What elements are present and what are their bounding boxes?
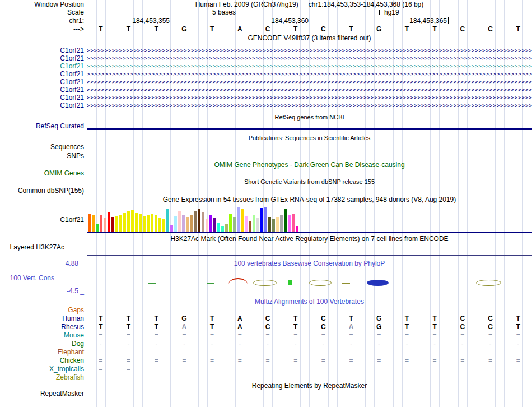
alignment-cell: =	[226, 331, 254, 339]
gene-arrow-line[interactable]: >>>>>>>>>>>>>>>>>>>>>>>>>>>>>>>>>>>>>>>>…	[87, 55, 532, 61]
alignment-cell: T	[282, 314, 310, 322]
species-label[interactable]: Mouse	[0, 331, 84, 339]
alignment-cell: =	[282, 348, 310, 356]
alignment-cell: =	[282, 357, 310, 364]
gene-arrow-line[interactable]: >>>>>>>>>>>>>>>>>>>>>>>>>>>>>>>>>>>>>>>>…	[87, 95, 532, 100]
gtex-expression-bar	[206, 219, 208, 232]
scale-bar	[241, 12, 380, 12]
alignment-cell: =	[254, 357, 282, 364]
phylop-max-value: 4.88 _	[0, 260, 84, 267]
scale-bar-right-tick	[379, 10, 380, 15]
gtex-expression-bar	[194, 211, 197, 232]
base-letter: A	[226, 25, 254, 33]
h3k27ac-track-label[interactable]: Layered H3K27Ac	[0, 243, 64, 251]
gene-label[interactable]: C1orf21	[0, 47, 84, 54]
strand-arrow-label: --->	[0, 25, 84, 33]
species-label[interactable]: Zebrafish	[0, 373, 84, 381]
position-range: chr1:184,453,353-184,453,368 (16 bp)	[309, 1, 424, 8]
gtex-gene-label[interactable]: C1orf21	[0, 216, 84, 224]
species-label[interactable]: Dog	[0, 340, 84, 348]
species-label[interactable]: Gaps	[0, 306, 84, 314]
coordinate-label: 184,453,360	[247, 17, 309, 25]
gene-label[interactable]: C1orf21	[0, 78, 84, 86]
gene-arrow-line[interactable]: >>>>>>>>>>>>>>>>>>>>>>>>>>>>>>>>>>>>>>>>…	[87, 71, 532, 77]
repeatmasker-track-title[interactable]: Repeating Elements by RepeatMasker	[87, 382, 532, 390]
species-label[interactable]: Chicken	[0, 357, 84, 364]
gtex-expression-bar	[96, 224, 99, 232]
gtex-track-title[interactable]: Gene Expression in 54 tissues from GTEx …	[87, 196, 532, 203]
alignment-cell: G	[170, 314, 198, 322]
alignment-cell: =	[449, 331, 477, 339]
sequences-track-label[interactable]: Sequences	[0, 143, 84, 151]
alignment-cell: T	[198, 323, 226, 331]
repeatmasker-track-label[interactable]: RepeatMasker	[0, 390, 84, 397]
gene-label[interactable]: C1orf21	[0, 54, 84, 62]
alignment-cell: -	[87, 340, 115, 348]
gene-arrow-line[interactable]: >>>>>>>>>>>>>>>>>>>>>>>>>>>>>>>>>>>>>>>>…	[87, 63, 532, 69]
alignment-cell: T	[504, 323, 532, 331]
gene-label[interactable]: C1orf21	[0, 101, 84, 109]
snps-track-label[interactable]: SNPs	[0, 152, 84, 160]
alignment-cell: A	[170, 323, 198, 331]
gene-label[interactable]: C1orf21	[0, 86, 84, 94]
dbsnp-track-label[interactable]: Common dbSNP(155)	[0, 187, 84, 195]
alignment-cell: -	[504, 340, 532, 348]
omim-track-title[interactable]: OMIM Gene Phenotypes - Dark Green Can Be…	[87, 161, 532, 169]
alignment-cell: =	[310, 357, 338, 364]
conservation-mark	[476, 280, 501, 286]
coordinate-label: 184,453,365	[385, 17, 447, 25]
h3k27ac-signal-line[interactable]	[87, 255, 532, 256]
alignment-cell: A	[226, 323, 254, 331]
gtex-expression-bar	[162, 219, 165, 232]
alignment-cell: T	[115, 314, 143, 322]
alignment-cell: =	[449, 348, 477, 356]
alignment-cell: -	[282, 340, 310, 348]
base-letter: T	[393, 25, 421, 33]
alignment-cell: =	[310, 331, 338, 339]
gene-label[interactable]: C1orf21	[0, 62, 84, 70]
conservation-mark	[342, 283, 350, 284]
gene-arrow-line[interactable]: >>>>>>>>>>>>>>>>>>>>>>>>>>>>>>>>>>>>>>>>…	[87, 87, 532, 92]
refseq-track-title[interactable]: RefSeq genes from NCBI	[87, 114, 532, 121]
gencode-track-title[interactable]: GENCODE V49lift37 (3 items filtered out)	[87, 34, 532, 42]
gtex-expression-bar	[143, 216, 146, 232]
gtex-expression-bar	[92, 215, 95, 232]
alignment-cell: T	[393, 314, 421, 322]
gtex-expression-bar	[253, 215, 255, 232]
gene-label[interactable]: C1orf21	[0, 70, 84, 78]
alignment-cell: =	[115, 357, 143, 364]
refseq-curated-label[interactable]: RefSeq Curated	[0, 122, 84, 130]
coordinate-tick	[448, 17, 449, 24]
dbsnp-track-title[interactable]: Short Genetic Variants from dbSNP releas…	[87, 178, 532, 185]
alignment-cell: =	[421, 357, 449, 364]
species-label[interactable]: Human	[0, 314, 84, 322]
species-label[interactable]: Elephant	[0, 348, 84, 356]
alignment-cell: C	[310, 323, 338, 331]
refseq-curated-feature[interactable]	[87, 128, 532, 130]
species-label[interactable]: Rhesus	[0, 323, 84, 331]
phylop-track-label[interactable]: 100 Vert. Cons	[0, 274, 54, 282]
gtex-expression-bar	[241, 209, 244, 232]
gene-arrow-line[interactable]: >>>>>>>>>>>>>>>>>>>>>>>>>>>>>>>>>>>>>>>>…	[87, 103, 532, 108]
genome-browser-image: Window Position Human Feb. 2009 (GRCh37/…	[0, 0, 532, 407]
alignment-cell: C	[449, 314, 477, 322]
gtex-expression-bar	[264, 207, 267, 232]
alignment-cell: T	[393, 323, 421, 331]
h3k27ac-track-title[interactable]: H3K27Ac Mark (Often Found Near Active Re…	[87, 235, 532, 243]
alignment-cell: =	[393, 357, 421, 364]
scale-value: 5 bases	[87, 8, 236, 16]
multiz-track-title[interactable]: Multiz Alignments of 100 Vertebrates	[87, 298, 532, 306]
alignment-cell: =	[87, 365, 115, 373]
species-label[interactable]: X_tropicalis	[0, 365, 84, 373]
alignment-cell: T	[142, 323, 170, 331]
gtex-expression-bar	[292, 214, 295, 232]
publications-track-title[interactable]: Publications: Sequences in Scientific Ar…	[87, 135, 532, 141]
gene-label[interactable]: C1orf21	[0, 94, 84, 101]
omim-genes-label[interactable]: OMIM Genes	[0, 169, 84, 177]
scale-bar-left-tick	[241, 10, 241, 15]
gene-arrow-line[interactable]: >>>>>>>>>>>>>>>>>>>>>>>>>>>>>>>>>>>>>>>>…	[87, 79, 532, 85]
gene-arrow-line[interactable]: >>>>>>>>>>>>>>>>>>>>>>>>>>>>>>>>>>>>>>>>…	[87, 48, 532, 53]
gtex-expression-bar	[237, 207, 240, 232]
gtex-expression-bar	[221, 226, 224, 232]
phylop-track-title[interactable]: 100 vertebrates Basewise Conservation by…	[87, 260, 532, 267]
